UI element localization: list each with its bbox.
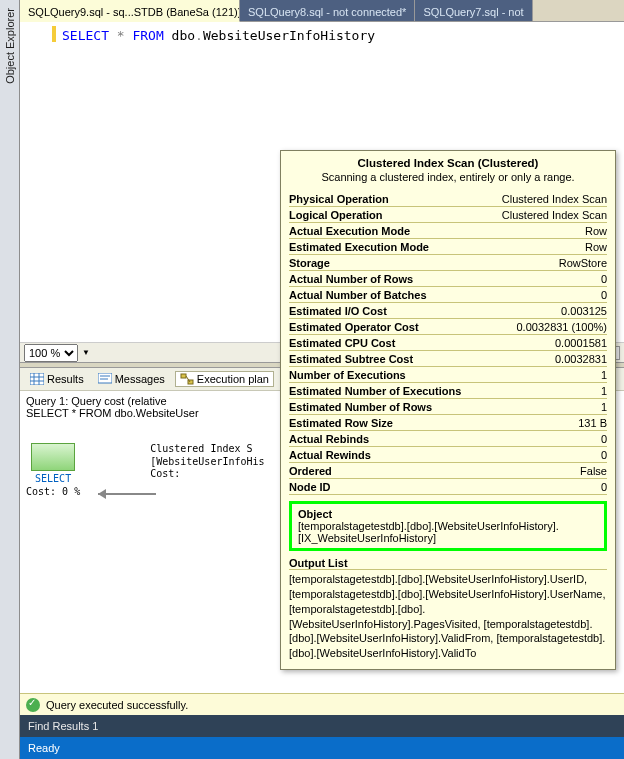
zoom-select[interactable]: 100 % bbox=[24, 344, 78, 362]
tooltip-row: Estimated Operator Cost0.0032831 (100%) bbox=[289, 319, 607, 335]
tooltip-row: Actual Rebinds0 bbox=[289, 431, 607, 447]
tab-sqlquery9[interactable]: SQLQuery9.sql - sq...STDB (BaneSa (121))… bbox=[20, 0, 240, 22]
tooltip-row: Estimated Subtree Cost0.0032831 bbox=[289, 351, 607, 367]
tab-sqlquery7[interactable]: SQLQuery7.sql - not bbox=[415, 0, 532, 21]
dropdown-icon: ▼ bbox=[82, 348, 90, 357]
tab-sqlquery8[interactable]: SQLQuery8.sql - not connected* bbox=[240, 0, 415, 21]
messages-icon bbox=[98, 373, 112, 385]
object-explorer-label: Object Explorer bbox=[4, 8, 16, 84]
tooltip-row: Logical OperationClustered Index Scan bbox=[289, 207, 607, 223]
tooltip-title: Clustered Index Scan (Clustered) bbox=[289, 157, 607, 169]
tooltip-object-body: [temporalstagetestdb].[dbo].[WebsiteUser… bbox=[298, 520, 598, 544]
tooltip-row: Node ID0 bbox=[289, 479, 607, 495]
tab-label: SQLQuery7.sql - not bbox=[423, 6, 523, 18]
svg-rect-8 bbox=[181, 374, 186, 378]
document-tabs: SQLQuery9.sql - sq...STDB (BaneSa (121))… bbox=[20, 0, 624, 22]
plan-edge bbox=[98, 491, 162, 497]
find-results-tab[interactable]: Find Results 1 bbox=[20, 715, 624, 737]
status-bar: Query executed successfully. bbox=[20, 693, 624, 715]
svg-rect-5 bbox=[98, 373, 112, 383]
plan-icon bbox=[180, 373, 194, 385]
status-text: Query executed successfully. bbox=[46, 699, 188, 711]
tooltip-object-highlight: Object [temporalstagetestdb].[dbo].[Webs… bbox=[289, 501, 607, 551]
tooltip-row: Actual Number of Batches0 bbox=[289, 287, 607, 303]
tab-label: SQLQuery8.sql - not connected* bbox=[248, 6, 406, 18]
tooltip-subtitle: Scanning a clustered index, entirely or … bbox=[289, 171, 607, 183]
tooltip-row: Number of Executions1 bbox=[289, 367, 607, 383]
plan-node-scan[interactable]: Clustered Index S [WebsiteUserInfoHis Co… bbox=[150, 443, 264, 481]
kw-from: FROM bbox=[132, 28, 163, 43]
plan-node-select[interactable]: SELECT Cost: 0 % bbox=[26, 443, 80, 498]
tooltip-output-body: [temporalstagetestdb].[dbo].[WebsiteUser… bbox=[289, 570, 607, 661]
object-explorer-sidebar[interactable]: Object Explorer bbox=[0, 0, 20, 759]
select-node-icon bbox=[31, 443, 75, 471]
tooltip-row: Estimated I/O Cost0.003125 bbox=[289, 303, 607, 319]
plan-tooltip: Clustered Index Scan (Clustered) Scannin… bbox=[280, 150, 616, 670]
tab-label: SQLQuery9.sql - sq...STDB (BaneSa (121))… bbox=[28, 6, 240, 18]
tooltip-properties: Physical OperationClustered Index ScanLo… bbox=[289, 191, 607, 495]
ready-bar: Ready bbox=[20, 737, 624, 759]
change-marker bbox=[52, 26, 56, 42]
tooltip-row: Physical OperationClustered Index Scan bbox=[289, 191, 607, 207]
tab-messages[interactable]: Messages bbox=[94, 371, 169, 387]
tooltip-row: StorageRowStore bbox=[289, 255, 607, 271]
svg-rect-0 bbox=[30, 373, 44, 385]
kw-select: SELECT bbox=[62, 28, 109, 43]
tooltip-row: Actual Rewinds0 bbox=[289, 447, 607, 463]
success-icon bbox=[26, 698, 40, 712]
tooltip-row: Actual Number of Rows0 bbox=[289, 271, 607, 287]
tab-execution-plan[interactable]: Execution plan bbox=[175, 371, 274, 387]
tooltip-row: Estimated Execution ModeRow bbox=[289, 239, 607, 255]
tooltip-row: Estimated Number of Executions1 bbox=[289, 383, 607, 399]
tooltip-row: OrderedFalse bbox=[289, 463, 607, 479]
tooltip-row: Estimated CPU Cost0.0001581 bbox=[289, 335, 607, 351]
tab-results[interactable]: Results bbox=[26, 371, 88, 387]
tooltip-row: Estimated Row Size131 B bbox=[289, 415, 607, 431]
grid-icon bbox=[30, 373, 44, 385]
tooltip-row: Estimated Number of Rows1 bbox=[289, 399, 607, 415]
tooltip-row: Actual Execution ModeRow bbox=[289, 223, 607, 239]
